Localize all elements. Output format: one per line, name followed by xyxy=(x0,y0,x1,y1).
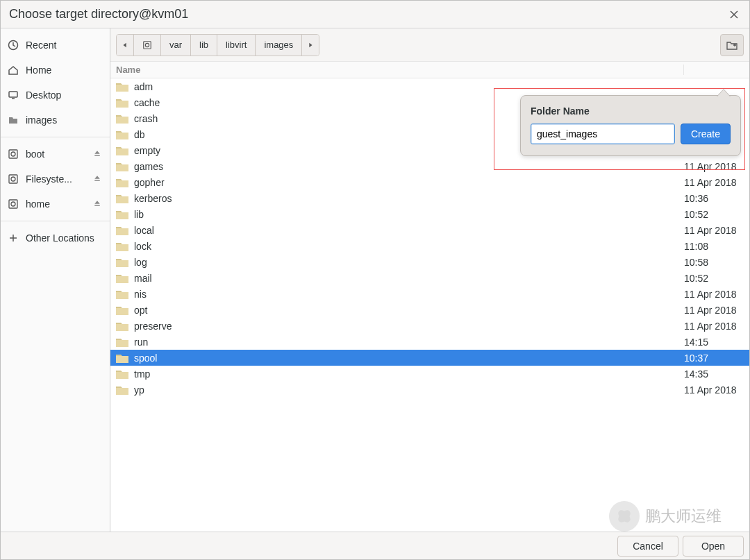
file-name: mail xyxy=(134,273,684,284)
folder-icon xyxy=(116,209,128,220)
sidebar-item-boot[interactable]: boot xyxy=(1,142,110,167)
open-button[interactable]: Open xyxy=(683,536,744,557)
file-name: preserve xyxy=(134,321,684,332)
file-name: adm xyxy=(134,81,684,92)
close-button[interactable] xyxy=(727,8,741,22)
file-modified: 14:35 xyxy=(684,368,747,380)
folder-icon xyxy=(116,273,128,284)
folder-icon xyxy=(116,305,128,316)
file-row[interactable]: kerberos10:36 xyxy=(110,190,749,206)
sidebar-item-home[interactable]: Home xyxy=(1,58,110,83)
file-name: opt xyxy=(134,305,684,316)
sidebar-item-label: images xyxy=(26,114,103,126)
breadcrumb-segment-libvirt[interactable]: libvirt xyxy=(217,35,256,56)
breadcrumb-label: lib xyxy=(199,40,208,50)
breadcrumb-segment-images[interactable]: images xyxy=(256,35,302,56)
file-row[interactable]: local11 Apr 2018 xyxy=(110,222,749,238)
folder-icon xyxy=(116,81,128,92)
disk-icon xyxy=(142,40,152,50)
file-row[interactable]: adm xyxy=(110,78,749,94)
file-row[interactable]: gopher11 Apr 2018 xyxy=(110,174,749,190)
folder-icon xyxy=(116,289,128,300)
column-name[interactable]: Name xyxy=(110,65,684,75)
file-row[interactable]: run14:15 xyxy=(110,334,749,350)
file-modified: 14:15 xyxy=(684,337,747,348)
file-name: run xyxy=(134,337,684,348)
file-row[interactable]: preserve11 Apr 2018 xyxy=(110,318,749,334)
breadcrumb-label: var xyxy=(169,40,182,50)
folder-icon xyxy=(116,384,128,396)
clock-icon xyxy=(8,40,19,51)
file-name: log xyxy=(134,257,684,268)
file-modified: 10:36 xyxy=(684,193,747,204)
folder-icon xyxy=(116,337,128,348)
file-row[interactable]: lib10:52 xyxy=(110,206,749,222)
plus-icon xyxy=(8,232,19,244)
sidebar-item-other-locations[interactable]: Other Locations xyxy=(1,226,110,251)
file-modified: 11:08 xyxy=(684,241,747,252)
close-icon xyxy=(729,10,739,19)
file-row[interactable]: mail10:52 xyxy=(110,270,749,286)
new-folder-button[interactable] xyxy=(720,34,744,56)
file-modified: 11 Apr 2018 xyxy=(684,384,747,396)
sidebar-item-label: Filesyste... xyxy=(26,173,86,185)
chevron-right-icon xyxy=(308,42,313,49)
breadcrumb-root[interactable] xyxy=(134,35,161,56)
eject-button[interactable] xyxy=(93,149,103,159)
folder-icon xyxy=(116,225,128,236)
file-modified: 10:58 xyxy=(684,257,747,268)
file-row[interactable]: nis11 Apr 2018 xyxy=(110,286,749,302)
file-modified: 11 Apr 2018 xyxy=(684,177,747,188)
sidebar-item-images[interactable]: images xyxy=(1,108,110,133)
file-row[interactable]: games11 Apr 2018 xyxy=(110,158,749,174)
sidebar-item-recent[interactable]: Recent xyxy=(1,33,110,58)
file-name: kerberos xyxy=(134,193,684,204)
home-icon xyxy=(8,65,19,76)
file-name: tmp xyxy=(134,368,684,380)
file-row[interactable]: yp11 Apr 2018 xyxy=(110,382,749,398)
file-name: local xyxy=(134,225,684,236)
file-row[interactable]: log10:58 xyxy=(110,254,749,270)
disk-icon xyxy=(8,149,19,160)
breadcrumb-forward[interactable] xyxy=(302,35,319,56)
cancel-button[interactable]: Cancel xyxy=(617,536,678,557)
popover-label: Folder Name xyxy=(531,105,731,117)
file-modified: 10:52 xyxy=(684,273,747,284)
file-name: lock xyxy=(134,241,684,252)
breadcrumb-segment-lib[interactable]: lib xyxy=(191,35,217,56)
file-name: lib xyxy=(134,209,684,220)
sidebar-item-filesystem[interactable]: Filesyste... xyxy=(1,167,110,192)
sidebar-item-desktop[interactable]: Desktop xyxy=(1,83,110,108)
file-row[interactable]: lock11:08 xyxy=(110,238,749,254)
eject-button[interactable] xyxy=(93,199,103,209)
file-row[interactable]: opt11 Apr 2018 xyxy=(110,302,749,318)
folder-icon xyxy=(116,257,128,268)
breadcrumb-back[interactable] xyxy=(117,35,134,56)
file-name: nis xyxy=(134,289,684,300)
breadcrumb-segment-var[interactable]: var xyxy=(161,35,191,56)
file-modified: 11 Apr 2018 xyxy=(684,321,747,332)
folder-icon xyxy=(116,97,128,108)
sidebar-item-label: Desktop xyxy=(26,90,103,101)
folder-icon xyxy=(116,193,128,204)
file-modified: 11 Apr 2018 xyxy=(684,161,747,172)
eject-button[interactable] xyxy=(93,174,103,184)
file-name: yp xyxy=(134,384,684,396)
disk-icon xyxy=(8,198,19,210)
file-modified: 10:37 xyxy=(684,353,747,364)
create-button[interactable]: Create xyxy=(681,124,731,144)
new-folder-icon xyxy=(726,40,738,51)
file-name: games xyxy=(134,161,684,172)
sidebar: Recent Home Desktop images boot Filesyst… xyxy=(1,28,110,532)
file-row[interactable]: spool10:37 xyxy=(110,350,749,366)
folder-name-input[interactable] xyxy=(531,124,675,144)
folder-icon xyxy=(116,321,128,332)
folder-icon xyxy=(116,113,128,124)
titlebar: Choose target directory@kvm01 xyxy=(1,1,749,28)
main-panel: var lib libvirt images Name admcachecras… xyxy=(110,28,749,532)
folder-icon xyxy=(116,368,128,380)
file-modified: 11 Apr 2018 xyxy=(684,289,747,300)
file-name: spool xyxy=(134,353,684,364)
sidebar-item-home-disk[interactable]: home xyxy=(1,192,110,217)
file-row[interactable]: tmp14:35 xyxy=(110,366,749,382)
